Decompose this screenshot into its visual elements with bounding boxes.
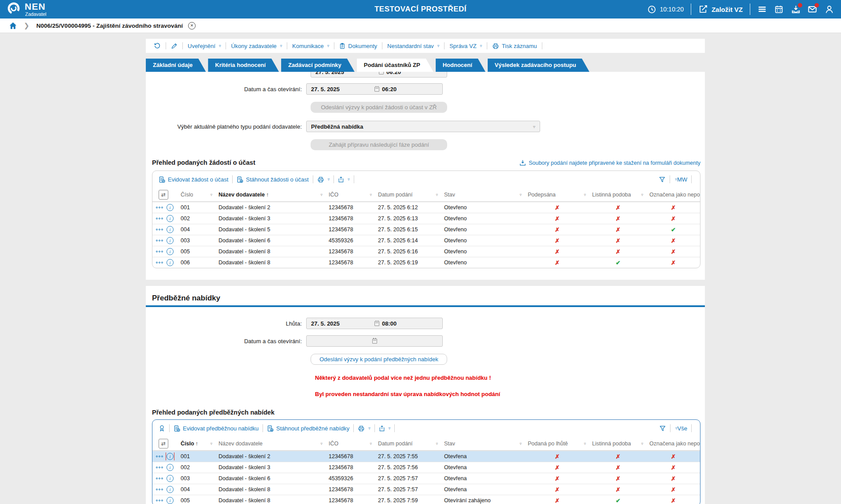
next-phase-button[interactable]: Zahájit přípravu následující fáze podání [311,139,447,150]
calendar-icon[interactable] [774,4,784,14]
column-header[interactable]: Datum podání▿ [375,437,441,450]
print-button[interactable]: ▿ [358,425,370,432]
table-row[interactable]: i002Dodavatel - školení 31234567827. 5. … [152,462,700,473]
column-header[interactable]: Název dodavatele▿ [216,437,326,450]
table-row[interactable]: i004Dodavatel - školení 81234567827. 5. … [152,484,700,495]
column-header[interactable]: Název dodavatele↑▿ [216,188,326,201]
send-prelim-invitation-button[interactable]: Odeslání výzvy k podání předběžných nabí… [311,354,447,365]
stahnout-nabidky-button[interactable]: Stáhnout předběžné nabídky [267,425,349,432]
row-menu-button[interactable] [156,218,163,219]
filter-caret-icon[interactable]: ▿ [436,441,438,446]
export-button[interactable]: ▿ [338,176,350,183]
award-button[interactable] [159,425,165,432]
ukony-zadavatele-menu[interactable]: Úkony zadavatele▿ [229,43,284,49]
filter-caret-icon[interactable]: ▿ [320,193,322,197]
history-button[interactable] [152,42,163,49]
deadline-field-clipped[interactable]: 27. 5. 2025 06:20 [311,72,447,78]
column-header[interactable]: Číslo↑▿ [178,437,216,450]
row-info-button[interactable]: i [166,452,174,460]
table-row[interactable]: i005Dodavatel - školení 81234567827. 5. … [152,495,700,504]
submission-files-link[interactable]: Soubory podání najdete připravené ke sta… [519,159,700,166]
send-request-invitation-button[interactable]: Odeslání výzvy k podání žádosti o účast … [311,102,447,113]
row-info-button[interactable]: i [166,215,174,222]
column-header[interactable]: Podaná po lhůtě▿ [525,437,589,450]
tab-zadavaci-podminky[interactable]: Zadávací podmínky [281,59,355,72]
view-selector[interactable]: Vše [678,425,687,432]
menu-hamburger-icon[interactable] [757,4,767,14]
tab-hodnoceni[interactable]: Hodnocení [436,59,485,72]
row-menu-button[interactable] [156,456,163,457]
row-menu-button[interactable] [156,240,163,241]
row-menu-button[interactable] [156,478,163,479]
tab-vysledek[interactable]: Výsledek zadávacího postupu [488,59,589,72]
stahnout-zadosti-button[interactable]: Stáhnout žádosti o účast [237,176,308,183]
filter-caret-icon[interactable]: ▿ [519,441,522,446]
table-row[interactable]: i004Dodavatel - školení 51234567827. 5. … [152,224,700,235]
table-row[interactable]: i001Dodavatel - školení 21234567827. 5. … [152,202,700,213]
row-info-button[interactable]: i [166,474,174,482]
table-row[interactable]: i003Dodavatel - školení 64535932627. 5. … [152,235,700,246]
view-selector[interactable]: MW [677,176,687,183]
row-info-button[interactable]: i [166,204,174,211]
evidovat-nabidku-button[interactable]: Evidovat předběžnou nabídku [174,425,259,432]
filter-caret-icon[interactable]: ▿ [584,441,586,446]
sprava-vz-menu[interactable]: Správa VZ▿ [448,43,484,49]
row-menu-button[interactable] [156,207,163,208]
row-menu-button[interactable] [156,489,163,490]
row-menu-button[interactable] [156,229,163,230]
filter-button[interactable] [659,425,666,432]
nestandardni-stav-menu[interactable]: Nestandardní stav▿ [385,43,441,49]
column-header[interactable]: Označena jako nepodaná▿ [647,437,700,450]
submission-type-select[interactable]: Předběžná nabídka ▿ [306,121,540,132]
evidovat-zadost-button[interactable]: Evidovat žádost o účast [159,176,228,183]
column-header[interactable]: Podepsána▿ [525,188,589,201]
mail-icon[interactable] [808,4,817,14]
filter-caret-icon[interactable]: ▿ [370,441,372,446]
row-menu-button[interactable] [156,251,163,252]
row-menu-button[interactable] [156,467,163,468]
close-record-icon[interactable]: ✕ [188,22,196,30]
table-row[interactable]: i003Dodavatel - školení 64535932627. 5. … [152,473,700,484]
column-settings-icon[interactable]: ⇄ [159,190,168,200]
print-button[interactable]: ▿ [317,176,330,183]
row-info-button[interactable]: i [166,259,174,267]
row-info-button[interactable]: i [166,248,174,256]
filter-caret-icon[interactable]: ▿ [519,193,522,197]
row-info-button[interactable]: i [166,485,174,493]
column-header[interactable]: Listinná podoba▿ [589,437,647,450]
tab-podani-ucastniku-zp[interactable]: Podání účastníků ZP [357,59,433,72]
filter-caret-icon[interactable]: ▿ [210,441,212,446]
filter-caret-icon[interactable]: ▿ [641,441,643,446]
filter-caret-icon[interactable]: ▿ [641,193,643,197]
uverejneni-menu[interactable]: Uveřejnění▿ [186,43,222,49]
filter-button[interactable] [659,176,666,183]
row-menu-button[interactable] [156,262,163,263]
zalozit-vz-button[interactable]: Založit VZ [698,4,743,14]
tab-zakladni-udaje[interactable]: Základní údaje [146,59,206,72]
column-header[interactable]: Označena jako nepodaná▿ [647,188,700,201]
export-button[interactable]: ▿ [379,425,391,432]
tisk-zaznamu-button[interactable]: Tisk záznamu [490,43,539,49]
filter-caret-icon[interactable]: ▿ [436,193,438,197]
table-row[interactable]: i005Dodavatel - školení 81234567827. 5. … [152,246,700,257]
column-header[interactable]: Listinná podoba▿ [589,188,647,201]
row-info-button[interactable]: i [166,463,174,471]
filter-caret-icon[interactable]: ▿ [370,193,372,197]
nen-logo[interactable]: NEN Zadavatel [6,1,46,18]
home-icon[interactable] [8,21,18,30]
record-title[interactable]: N006/25/V00004995 - Zajištění závodního … [37,22,183,29]
table-row[interactable]: i001Dodavatel - školení 21234567827. 5. … [152,451,700,462]
filter-caret-icon[interactable]: ▿ [584,193,586,197]
prelim-opening-field[interactable] [306,335,443,347]
filter-caret-icon[interactable]: ▿ [320,441,322,446]
table-row[interactable]: i002Dodavatel - školení 31234567827. 5. … [152,213,700,224]
row-menu-button[interactable] [156,500,163,501]
dokumenty-menu[interactable]: Dokumenty [337,43,379,49]
column-header[interactable]: IČO▿ [326,437,375,450]
row-info-button[interactable]: i [166,497,174,504]
column-header[interactable]: IČO▿ [326,188,375,201]
row-info-button[interactable]: i [166,237,174,245]
column-header[interactable]: Číslo▿ [178,188,216,201]
lhuta-field[interactable]: 27. 5. 2025 08:00 [306,318,443,329]
column-header[interactable]: Stav▿ [441,188,525,201]
